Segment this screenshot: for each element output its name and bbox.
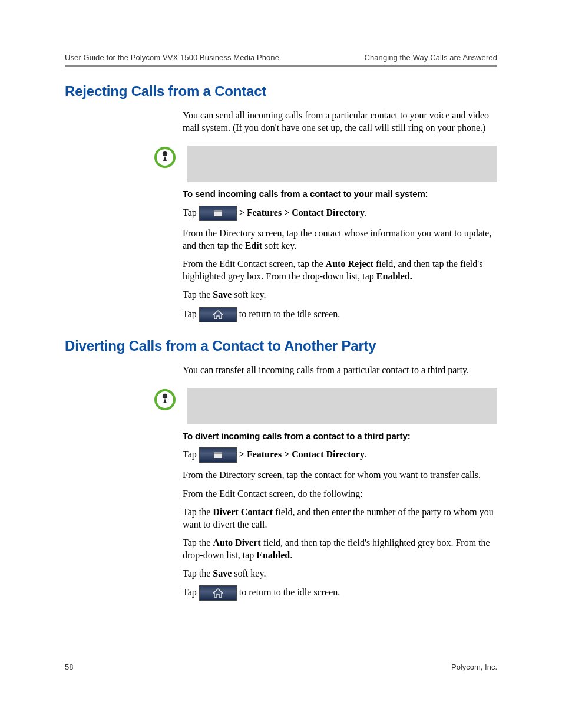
text: . [365,207,367,218]
menu-icon [199,206,237,221]
running-footer: 58 Polycom, Inc. [65,663,497,671]
text: Tap [183,587,199,597]
text: to return to the idle screen. [239,308,340,318]
text: soft key. [232,289,266,299]
step-2-3b: Tap the Auto Divert field, and then tap … [183,536,497,561]
step-2-5: Tap to return to the idle screen. [183,585,497,601]
page-number: 58 [65,663,73,671]
bold-text: Auto Reject [326,259,373,269]
header-rule [65,65,497,67]
bold-text: Enabled. [376,271,412,281]
bold-text: Save [213,289,232,299]
intro-paragraph: You can send all incoming calls from a p… [183,109,497,134]
step-1-4: Tap the Save soft key. [183,288,497,301]
bold-text: Save [213,568,232,578]
intro-paragraph-2: You can transfer all incoming calls from… [183,364,497,376]
note-row-1 [65,146,497,182]
page: User Guide for the Polycom VVX 1500 Busi… [0,0,562,728]
text: Tap the [183,568,213,578]
step-1-2: From the Directory screen, tap the conta… [183,227,497,252]
note-row-2 [65,388,497,424]
step-2-2: From the Directory screen, tap the conta… [183,469,497,481]
svg-point-3 [163,393,167,398]
home-icon [199,585,237,601]
bold-text: Auto Divert [213,538,260,548]
bold-text: > Features > Contact Directory [239,449,365,459]
header-right: Changing the Way Calls are Answered [364,53,497,62]
menu-icon [199,447,237,463]
section-heading-diverting: Diverting Calls from a Contact to Anothe… [65,338,497,354]
text: to return to the idle screen. [239,587,340,597]
text: From the Directory screen, tap the conta… [183,228,491,251]
note-box-1 [187,146,497,182]
procedure-heading-1: To send incoming calls from a contact to… [183,188,497,200]
procedure-heading-2: To divert incoming calls from a contact … [183,430,497,442]
bold-text: Divert Contact [213,507,273,517]
text: . [365,449,367,459]
header-left: User Guide for the Polycom VVX 1500 Busi… [65,53,279,62]
text: Tap [183,207,199,218]
text: From the Edit Contact screen, tap the [183,259,326,269]
step-1-5: Tap to return to the idle screen. [183,307,497,322]
text: Tap [183,308,199,318]
step-1-1: Tap > Features > Contact Directory. [183,206,497,221]
bold-text: Enabled [256,550,290,560]
text: Tap the [183,538,213,548]
svg-point-1 [163,151,167,156]
section-2-body: You can transfer all incoming calls from… [183,364,497,376]
running-header: User Guide for the Polycom VVX 1500 Busi… [65,53,497,65]
footer-company: Polycom, Inc. [451,663,497,671]
text: Tap [183,449,199,459]
step-2-1: Tap > Features > Contact Directory. [183,447,497,463]
step-2-3: From the Edit Contact screen, do the fol… [183,487,497,500]
home-icon [199,307,237,322]
section-2-steps: To divert incoming calls from a contact … [183,430,497,601]
section-1-steps: To send incoming calls from a contact to… [183,188,497,322]
bold-text: > Features > Contact Directory [239,207,365,218]
text: soft key. [232,568,266,578]
step-2-4: Tap the Save soft key. [183,567,497,579]
tip-icon [153,146,177,172]
note-box-2 [187,388,497,424]
text: Tap the [183,289,213,299]
text: Tap the [183,507,213,517]
step-2-3a: Tap the Divert Contact field, and then e… [183,506,497,531]
step-1-3: From the Edit Contact screen, tap the Au… [183,258,497,282]
text: soft key. [262,241,296,251]
bold-text: Edit [245,241,262,251]
tip-icon [153,388,177,414]
text: . [290,550,292,560]
section-heading-rejecting: Rejecting Calls from a Contact [65,83,497,100]
section-1-body: You can send all incoming calls from a p… [183,109,497,134]
